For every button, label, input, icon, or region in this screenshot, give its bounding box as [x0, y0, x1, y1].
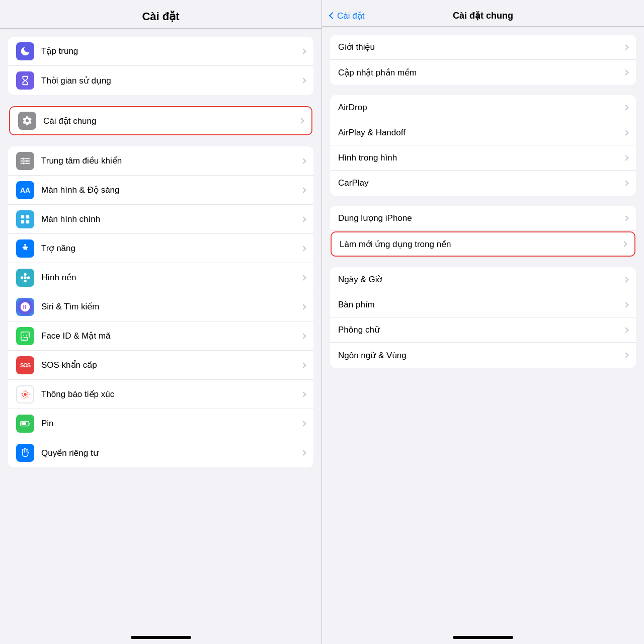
accessibility-icon [16, 239, 34, 258]
sidebar-item-thoi-gian[interactable]: Thời gian sử dụng [8, 66, 313, 95]
chevron-icon [623, 352, 628, 358]
right-item-ngon-ngu[interactable]: Ngôn ngữ & Vùng [330, 343, 636, 368]
sos-label: SOS khẩn cấp [41, 360, 301, 370]
right-title: Cài đặt chung [453, 10, 513, 21]
svg-point-2 [23, 162, 25, 164]
sidebar-item-siri[interactable]: Siri & Tìm kiếm [8, 292, 313, 321]
ban-phim-label: Bàn phím [338, 300, 624, 310]
dung-luong-label: Dung lượng iPhone [338, 213, 624, 223]
grid-icon [16, 210, 34, 228]
ngon-ngu-label: Ngôn ngữ & Vùng [338, 350, 624, 361]
chevron-icon [623, 44, 628, 50]
right-item-cap-nhat[interactable]: Cập nhật phần mềm [330, 60, 636, 85]
svg-point-20 [26, 335, 27, 336]
sidebar-item-man-hinh-do-sang[interactable]: AA Màn hình & Độ sáng [8, 176, 313, 205]
right-header: Cài đặt Cài đặt chung [322, 0, 644, 27]
right-item-ban-phim[interactable]: Bàn phím [330, 292, 636, 317]
svg-point-14 [24, 276, 27, 279]
hourglass-icon [16, 71, 34, 90]
sidebar-item-pin[interactable]: Pin [8, 409, 313, 438]
chevron-icon [300, 216, 306, 222]
right-item-lam-moi[interactable]: Làm mới ứng dụng trong nền [331, 231, 635, 257]
back-button[interactable]: Cài đặt [330, 11, 364, 21]
aa-icon: AA [16, 181, 34, 199]
chevron-icon [300, 450, 306, 455]
right-item-ngay-gio[interactable]: Ngày & Giờ [330, 267, 636, 292]
chevron-icon [300, 304, 306, 309]
right-item-airdrop[interactable]: AirDrop [330, 95, 636, 120]
sidebar-item-man-hinh-chinh[interactable]: Màn hình chính [8, 205, 313, 234]
right-scroll: Giới thiệu Cập nhật phần mềm AirDrop Air… [322, 27, 644, 632]
svg-rect-10 [26, 215, 29, 218]
left-header: Cài đặt [0, 0, 321, 29]
face-id-label: Face ID & Mật mã [41, 331, 301, 341]
right-item-dung-luong[interactable]: Dung lượng iPhone [330, 206, 636, 231]
sidebar-item-hinh-nen[interactable]: Hình nền [8, 263, 313, 292]
group-misc: Trung tâm điều khiển AA Màn hình & Độ sá… [8, 146, 313, 467]
lam-moi-label: Làm mới ứng dụng trong nền [340, 239, 622, 250]
man-hinh-chinh-label: Màn hình chính [41, 214, 301, 224]
sidebar-item-cai-dat-chung[interactable]: Cài đặt chung [9, 106, 312, 135]
right-item-carplay[interactable]: CarPlay [330, 171, 636, 196]
right-item-hinh-trong-hinh[interactable]: Hình trong hình [330, 145, 636, 171]
airdrop-label: AirDrop [338, 103, 624, 113]
right-item-phong-chu[interactable]: Phông chữ [330, 317, 636, 343]
chevron-icon [298, 118, 304, 123]
thoi-gian-label: Thời gian sử dụng [41, 75, 301, 86]
svg-rect-11 [21, 220, 24, 223]
ngay-gio-label: Ngày & Giờ [338, 274, 624, 285]
trung-tam-label: Trung tâm điều khiển [41, 155, 301, 166]
chevron-icon [300, 48, 306, 54]
tro-nang-label: Trợ năng [41, 243, 301, 254]
man-hinh-do-sang-label: Màn hình & Độ sáng [41, 185, 301, 195]
chevron-icon [623, 155, 628, 160]
phong-chu-label: Phông chữ [338, 325, 624, 335]
chevron-icon [300, 246, 306, 251]
chevron-icon [300, 333, 306, 339]
chevron-icon [623, 105, 628, 110]
group-locale: Ngày & Giờ Bàn phím Phông chữ Ngôn ngữ &… [330, 267, 636, 368]
quyen-rieng-tu-label: Quyền riêng tư [41, 448, 301, 458]
thong-bao-label: Thông báo tiếp xúc [41, 389, 301, 399]
svg-rect-12 [26, 220, 29, 223]
chevron-icon [300, 158, 306, 164]
group-general: Cài đặt chung [8, 105, 313, 136]
svg-point-0 [23, 157, 25, 159]
gear-icon [18, 112, 36, 130]
home-indicator-right [453, 636, 513, 639]
moon-icon [16, 42, 34, 60]
svg-point-1 [26, 160, 28, 162]
sidebar-item-thong-bao[interactable]: Thông báo tiếp xúc [8, 380, 313, 409]
tap-trung-label: Tập trung [41, 46, 301, 56]
sidebar-item-trung-tam[interactable]: Trung tâm điều khiển [8, 146, 313, 176]
right-item-gioi-thieu[interactable]: Giới thiệu [330, 35, 636, 60]
back-label: Cài đặt [337, 11, 364, 21]
hinh-trong-hinh-label: Hình trong hình [338, 153, 624, 163]
sidebar-item-face-id[interactable]: Face ID & Mật mã [8, 321, 313, 351]
flower-icon [16, 269, 34, 287]
right-item-airplay-handoff[interactable]: AirPlay & Handoff [330, 120, 636, 145]
siri-icon [16, 298, 34, 316]
svg-point-19 [23, 335, 24, 336]
chevron-icon [623, 327, 628, 333]
sidebar-item-quyen-rieng-tu[interactable]: Quyền riêng tư [8, 438, 313, 467]
chevron-icon [621, 241, 627, 247]
carplay-label: CarPlay [338, 178, 624, 188]
svg-rect-9 [21, 215, 24, 218]
hinh-nen-label: Hình nền [41, 272, 301, 283]
siri-label: Siri & Tìm kiếm [41, 301, 301, 312]
sidebar-item-tro-nang[interactable]: Trợ năng [8, 234, 313, 263]
sidebar-item-tap-trung[interactable]: Tập trung [8, 37, 313, 66]
chevron-icon [300, 391, 306, 397]
airplay-handoff-label: AirPlay & Handoff [338, 128, 624, 138]
chevron-icon [623, 215, 628, 221]
group-connectivity: AirDrop AirPlay & Handoff Hình trong hìn… [330, 95, 636, 196]
chevron-icon [623, 180, 628, 186]
back-chevron-icon [329, 12, 336, 19]
svg-point-13 [24, 244, 26, 246]
battery-icon [16, 415, 34, 433]
gioi-thieu-label: Giới thiệu [338, 42, 624, 52]
chevron-icon [623, 130, 628, 135]
sidebar-item-sos[interactable]: SOS SOS khẩn cấp [8, 351, 313, 380]
svg-rect-25 [22, 422, 26, 425]
